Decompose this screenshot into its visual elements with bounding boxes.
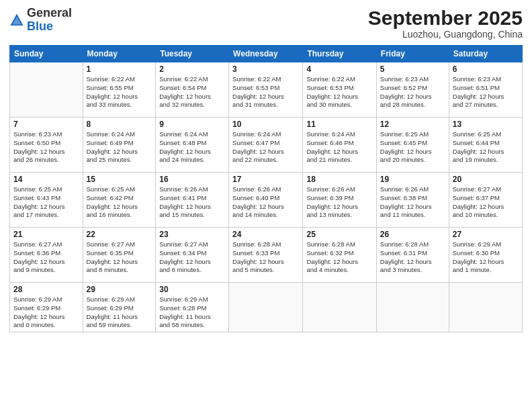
calendar-cell: 7Sunrise: 6:23 AM Sunset: 6:50 PM Daylig…: [10, 118, 83, 173]
day-info: Sunrise: 6:24 AM Sunset: 6:49 PM Dayligh…: [87, 130, 152, 165]
day-info: Sunrise: 6:29 AM Sunset: 6:28 PM Dayligh…: [159, 295, 225, 330]
calendar-cell: 23Sunrise: 6:27 AM Sunset: 6:34 PM Dayli…: [156, 228, 229, 283]
page: General Blue September 2025 Luozhou, Gua…: [0, 0, 532, 411]
calendar-cell: 25Sunrise: 6:28 AM Sunset: 6:32 PM Dayli…: [303, 228, 376, 283]
calendar-cell: 27Sunrise: 6:29 AM Sunset: 6:30 PM Dayli…: [449, 228, 522, 283]
weekday-header-sunday: Sunday: [10, 46, 83, 62]
day-number: 22: [87, 230, 152, 239]
day-info: Sunrise: 6:25 AM Sunset: 6:45 PM Dayligh…: [380, 130, 445, 165]
day-info: Sunrise: 6:26 AM Sunset: 6:40 PM Dayligh…: [232, 185, 299, 220]
day-number: 10: [232, 120, 299, 129]
weekday-header-saturday: Saturday: [449, 46, 522, 62]
calendar-cell: 11Sunrise: 6:24 AM Sunset: 6:46 PM Dayli…: [303, 118, 376, 173]
day-number: 12: [380, 120, 445, 129]
calendar-cell: [303, 283, 376, 332]
day-info: Sunrise: 6:22 AM Sunset: 6:54 PM Dayligh…: [159, 75, 225, 109]
day-number: 28: [13, 285, 79, 294]
calendar-cell: 10Sunrise: 6:24 AM Sunset: 6:47 PM Dayli…: [229, 118, 303, 173]
logo-general-text: General: [27, 6, 72, 19]
day-number: 20: [453, 175, 519, 184]
week-row-4: 21Sunrise: 6:27 AM Sunset: 6:36 PM Dayli…: [10, 228, 523, 283]
logo-blue-text: Blue: [27, 19, 53, 33]
title-block: September 2025 Luozhou, Guangdong, China: [368, 7, 523, 40]
day-info: Sunrise: 6:29 AM Sunset: 6:29 PM Dayligh…: [87, 295, 152, 330]
day-info: Sunrise: 6:25 AM Sunset: 6:43 PM Dayligh…: [13, 185, 79, 220]
calendar-cell: 21Sunrise: 6:27 AM Sunset: 6:36 PM Dayli…: [10, 228, 83, 283]
calendar-cell: 15Sunrise: 6:25 AM Sunset: 6:42 PM Dayli…: [83, 173, 156, 228]
day-info: Sunrise: 6:26 AM Sunset: 6:38 PM Dayligh…: [380, 185, 445, 220]
weekday-header-tuesday: Tuesday: [156, 46, 229, 62]
day-number: 30: [159, 285, 225, 294]
weekday-header-row: SundayMondayTuesdayWednesdayThursdayFrid…: [10, 46, 523, 62]
calendar-cell: 8Sunrise: 6:24 AM Sunset: 6:49 PM Daylig…: [83, 118, 156, 173]
header: General Blue September 2025 Luozhou, Gua…: [9, 7, 523, 40]
calendar-cell: 13Sunrise: 6:25 AM Sunset: 6:44 PM Dayli…: [449, 118, 522, 173]
day-info: Sunrise: 6:27 AM Sunset: 6:37 PM Dayligh…: [453, 185, 519, 220]
calendar-cell: [229, 283, 303, 332]
calendar-cell: 28Sunrise: 6:29 AM Sunset: 6:29 PM Dayli…: [10, 283, 83, 332]
day-number: 7: [13, 120, 79, 129]
day-number: 16: [159, 175, 225, 184]
week-row-3: 14Sunrise: 6:25 AM Sunset: 6:43 PM Dayli…: [10, 173, 523, 228]
calendar-cell: [376, 283, 449, 332]
logo-icon: [9, 13, 24, 28]
calendar-cell: 6Sunrise: 6:23 AM Sunset: 6:51 PM Daylig…: [449, 62, 522, 118]
day-info: Sunrise: 6:29 AM Sunset: 6:29 PM Dayligh…: [13, 295, 79, 330]
calendar-body: 1Sunrise: 6:22 AM Sunset: 6:55 PM Daylig…: [10, 62, 523, 332]
day-info: Sunrise: 6:27 AM Sunset: 6:36 PM Dayligh…: [13, 240, 79, 275]
week-row-1: 1Sunrise: 6:22 AM Sunset: 6:55 PM Daylig…: [10, 62, 523, 118]
day-number: 29: [87, 285, 152, 294]
calendar-cell: 19Sunrise: 6:26 AM Sunset: 6:38 PM Dayli…: [376, 173, 449, 228]
day-number: 21: [13, 230, 79, 239]
calendar-cell: 17Sunrise: 6:26 AM Sunset: 6:40 PM Dayli…: [229, 173, 303, 228]
logo-text: General Blue: [27, 7, 72, 34]
calendar-cell: 4Sunrise: 6:22 AM Sunset: 6:53 PM Daylig…: [303, 62, 376, 118]
day-info: Sunrise: 6:28 AM Sunset: 6:33 PM Dayligh…: [232, 240, 299, 275]
calendar-cell: 1Sunrise: 6:22 AM Sunset: 6:55 PM Daylig…: [83, 62, 156, 118]
calendar-cell: 2Sunrise: 6:22 AM Sunset: 6:54 PM Daylig…: [156, 62, 229, 118]
calendar-cell: 22Sunrise: 6:27 AM Sunset: 6:35 PM Dayli…: [83, 228, 156, 283]
weekday-header-monday: Monday: [83, 46, 156, 62]
day-number: 15: [87, 175, 152, 184]
week-row-2: 7Sunrise: 6:23 AM Sunset: 6:50 PM Daylig…: [10, 118, 523, 173]
day-number: 19: [380, 175, 445, 184]
week-row-5: 28Sunrise: 6:29 AM Sunset: 6:29 PM Dayli…: [10, 283, 523, 332]
calendar-cell: 30Sunrise: 6:29 AM Sunset: 6:28 PM Dayli…: [156, 283, 229, 332]
day-info: Sunrise: 6:25 AM Sunset: 6:42 PM Dayligh…: [87, 185, 152, 220]
day-info: Sunrise: 6:26 AM Sunset: 6:39 PM Dayligh…: [306, 185, 372, 220]
day-info: Sunrise: 6:27 AM Sunset: 6:35 PM Dayligh…: [87, 240, 152, 275]
day-number: 27: [453, 230, 519, 239]
day-number: 17: [232, 175, 299, 184]
day-info: Sunrise: 6:22 AM Sunset: 6:53 PM Dayligh…: [306, 75, 372, 109]
day-info: Sunrise: 6:28 AM Sunset: 6:31 PM Dayligh…: [380, 240, 445, 275]
calendar-cell: 5Sunrise: 6:23 AM Sunset: 6:52 PM Daylig…: [376, 62, 449, 118]
day-info: Sunrise: 6:29 AM Sunset: 6:30 PM Dayligh…: [453, 240, 519, 275]
day-number: 13: [453, 120, 519, 129]
weekday-header-thursday: Thursday: [303, 46, 376, 62]
weekday-header-friday: Friday: [376, 46, 449, 62]
calendar-cell: [10, 62, 83, 118]
day-info: Sunrise: 6:23 AM Sunset: 6:50 PM Dayligh…: [13, 130, 79, 165]
day-info: Sunrise: 6:22 AM Sunset: 6:53 PM Dayligh…: [232, 75, 299, 109]
day-info: Sunrise: 6:24 AM Sunset: 6:48 PM Dayligh…: [159, 130, 225, 165]
day-info: Sunrise: 6:26 AM Sunset: 6:41 PM Dayligh…: [159, 185, 225, 220]
day-number: 14: [13, 175, 79, 184]
location: Luozhou, Guangdong, China: [368, 29, 523, 40]
calendar-cell: 3Sunrise: 6:22 AM Sunset: 6:53 PM Daylig…: [229, 62, 303, 118]
day-info: Sunrise: 6:24 AM Sunset: 6:46 PM Dayligh…: [306, 130, 372, 165]
calendar-cell: 20Sunrise: 6:27 AM Sunset: 6:37 PM Dayli…: [449, 173, 522, 228]
day-number: 9: [159, 120, 225, 129]
day-number: 24: [232, 230, 299, 239]
day-number: 4: [306, 64, 372, 74]
day-info: Sunrise: 6:28 AM Sunset: 6:32 PM Dayligh…: [306, 240, 372, 275]
calendar-table: SundayMondayTuesdayWednesdayThursdayFrid…: [9, 45, 523, 332]
logo: General Blue: [9, 7, 72, 34]
calendar-cell: 16Sunrise: 6:26 AM Sunset: 6:41 PM Dayli…: [156, 173, 229, 228]
day-number: 5: [380, 64, 445, 74]
calendar-cell: 12Sunrise: 6:25 AM Sunset: 6:45 PM Dayli…: [376, 118, 449, 173]
day-number: 26: [380, 230, 445, 239]
day-info: Sunrise: 6:23 AM Sunset: 6:52 PM Dayligh…: [380, 75, 445, 109]
calendar-cell: 29Sunrise: 6:29 AM Sunset: 6:29 PM Dayli…: [83, 283, 156, 332]
calendar-cell: 14Sunrise: 6:25 AM Sunset: 6:43 PM Dayli…: [10, 173, 83, 228]
calendar-cell: 26Sunrise: 6:28 AM Sunset: 6:31 PM Dayli…: [376, 228, 449, 283]
